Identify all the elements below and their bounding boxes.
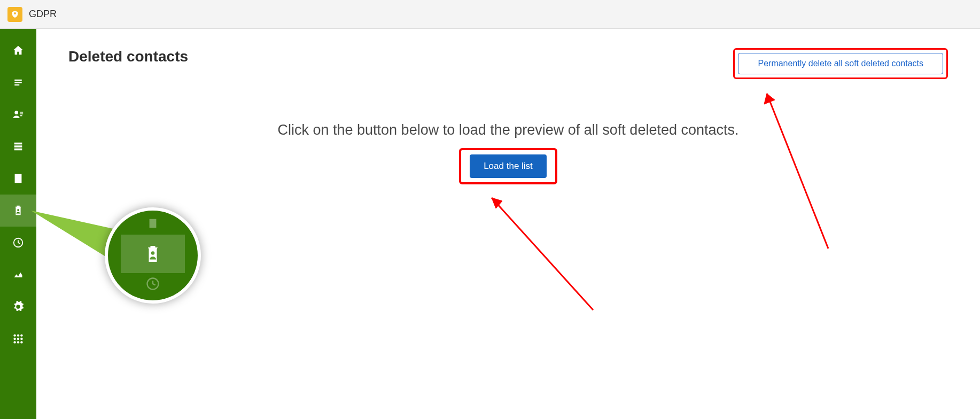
svg-point-3 xyxy=(14,111,18,114)
svg-point-12 xyxy=(13,338,15,340)
person-lines-icon xyxy=(12,109,25,120)
svg-point-14 xyxy=(20,338,22,340)
annotation-arrow-load xyxy=(481,187,598,315)
svg-rect-5 xyxy=(20,113,23,114)
menu-bars-icon xyxy=(12,77,24,87)
home-icon xyxy=(12,44,24,56)
sidebar-item-apps[interactable] xyxy=(0,323,36,355)
topbar: GDPR xyxy=(0,0,980,29)
sidebar-item-menu[interactable] xyxy=(0,66,36,98)
permanently-delete-button[interactable]: Permanently delete all soft deleted cont… xyxy=(738,53,943,74)
page-header: Deleted contacts Permanently delete all … xyxy=(68,48,948,79)
annotation-box-load: Load the list xyxy=(459,148,557,184)
apps-grid-icon xyxy=(12,333,24,345)
page-title: Deleted contacts xyxy=(68,48,188,65)
annotation-box-delete-all: Permanently delete all soft deleted cont… xyxy=(733,48,948,79)
svg-point-17 xyxy=(20,341,22,343)
building-icon xyxy=(145,218,161,229)
chart-icon xyxy=(12,269,24,280)
sidebar-item-company[interactable] xyxy=(0,162,36,195)
svg-rect-2 xyxy=(14,84,19,86)
svg-point-11 xyxy=(20,334,22,336)
svg-point-19 xyxy=(151,251,155,255)
svg-point-10 xyxy=(17,334,19,336)
svg-rect-6 xyxy=(20,115,22,117)
svg-point-15 xyxy=(13,341,15,343)
svg-rect-1 xyxy=(14,82,22,83)
svg-rect-4 xyxy=(20,112,23,113)
sidebar-item-home[interactable] xyxy=(0,34,36,66)
svg-point-7 xyxy=(17,209,19,211)
load-list-button[interactable]: Load the list xyxy=(470,154,547,178)
sidebar-item-settings[interactable] xyxy=(0,291,36,323)
svg-point-16 xyxy=(17,341,19,343)
sidebar-item-database[interactable] xyxy=(0,130,36,162)
svg-rect-0 xyxy=(14,80,22,81)
svg-point-13 xyxy=(17,338,19,340)
app-logo xyxy=(7,7,22,22)
annotation-magnify-circle xyxy=(105,207,201,304)
shield-user-icon xyxy=(11,10,19,19)
database-icon xyxy=(12,141,24,152)
svg-line-23 xyxy=(767,94,828,249)
gear-icon xyxy=(12,301,24,313)
annotation-arrow-delete xyxy=(753,83,834,254)
clock-icon xyxy=(12,237,24,249)
clock-icon xyxy=(145,276,160,291)
sidebar-item-contacts[interactable] xyxy=(0,98,36,130)
trash-person-icon xyxy=(143,243,162,265)
svg-point-9 xyxy=(13,334,15,336)
trash-person-icon xyxy=(12,204,24,217)
svg-line-21 xyxy=(492,198,593,310)
svg-marker-24 xyxy=(764,94,775,104)
building-icon xyxy=(12,173,24,184)
app-title: GDPR xyxy=(29,9,57,20)
